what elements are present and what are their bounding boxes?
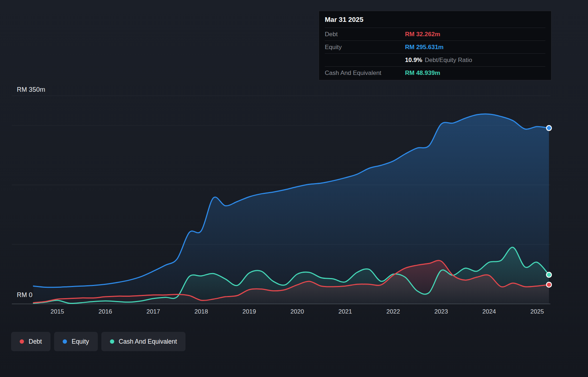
debt-value: RM 32.262m	[405, 31, 440, 38]
cash-label: Cash And Equivalent	[325, 70, 405, 77]
equity-endpoint-marker[interactable]	[546, 125, 551, 130]
legend-label-cash: Cash And Equivalent	[119, 338, 177, 345]
x-axis-label-2023: 2023	[434, 308, 448, 315]
debt-equity-history-chart: RM 350m RM 0 201520162017201820192020202…	[0, 0, 588, 377]
cash-and-equivalent-endpoint-marker[interactable]	[546, 272, 551, 277]
equity-label: Equity	[325, 44, 405, 51]
y-axis-label-zero: RM 0	[17, 291, 33, 299]
debt-series-dot-icon	[20, 339, 24, 344]
x-axis-label-2019: 2019	[242, 308, 256, 315]
x-axis-label-2022: 2022	[386, 308, 400, 315]
tooltip-row-equity: Equity RM 295.631m	[325, 40, 545, 53]
tooltip: Mar 31 2025 Debt RM 32.262m Equity RM 29…	[319, 11, 551, 80]
cash-series-dot-icon	[110, 339, 114, 344]
ratio-label: Debt/Equity Ratio	[425, 57, 472, 63]
ratio-value-group: 10.9%Debt/Equity Ratio	[405, 57, 472, 64]
debt-label: Debt	[325, 31, 405, 38]
x-axis-label-2020: 2020	[290, 308, 304, 315]
ratio-value: 10.9%	[405, 57, 422, 63]
equity-series-dot-icon	[63, 339, 67, 344]
x-axis-label-2015: 2015	[50, 308, 64, 315]
y-axis-label-top: RM 350m	[17, 86, 45, 94]
tooltip-row-ratio: 10.9%Debt/Equity Ratio	[325, 53, 545, 66]
debt-endpoint-marker[interactable]	[546, 282, 551, 287]
legend-label-equity: Equity	[72, 338, 89, 345]
x-axis-label-2017: 2017	[146, 308, 160, 315]
x-axis-label-2025: 2025	[530, 308, 544, 315]
legend-item-cash[interactable]: Cash And Equivalent	[101, 332, 185, 351]
legend-item-debt[interactable]: Debt	[11, 332, 50, 351]
legend: Debt Equity Cash And Equivalent	[11, 332, 185, 351]
equity-value: RM 295.631m	[405, 44, 444, 51]
tooltip-row-debt: Debt RM 32.262m	[325, 28, 545, 40]
legend-label-debt: Debt	[29, 338, 42, 345]
x-axis-label-2018: 2018	[194, 308, 208, 315]
legend-item-equity[interactable]: Equity	[54, 332, 98, 351]
x-axis-label-2024: 2024	[482, 308, 496, 315]
tooltip-date: Mar 31 2025	[325, 11, 545, 28]
cash-value: RM 48.939m	[405, 70, 440, 77]
x-axis-label-2016: 2016	[98, 308, 112, 315]
x-axis-label-2021: 2021	[338, 308, 352, 315]
tooltip-row-cash: Cash And Equivalent RM 48.939m	[325, 66, 545, 79]
